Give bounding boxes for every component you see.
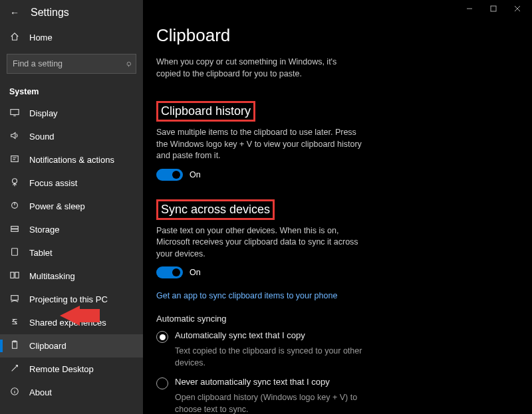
sidebar-item-label: Clipboard [29, 341, 66, 351]
clipboard-icon [9, 340, 20, 352]
sidebar-item-label: Shared experiences [29, 318, 106, 328]
svg-rect-6 [12, 249, 18, 256]
sidebar-item-label: Sound [29, 132, 55, 142]
display-icon [9, 108, 20, 119]
home-icon [9, 32, 20, 43]
sidebar-item-sound[interactable]: Sound [0, 125, 143, 148]
radio-never-sync[interactable]: Never automatically sync text that I cop… [156, 377, 519, 389]
sync-app-link[interactable]: Get an app to sync clipboard items to yo… [156, 291, 337, 300]
sidebar-item-display[interactable]: Display [0, 102, 143, 125]
remote-icon [9, 363, 20, 375]
sidebar-item-label: Multitasking [29, 271, 75, 281]
svg-rect-1 [11, 156, 19, 162]
sidebar-item-label: Projecting to this PC [29, 294, 108, 304]
radio-never-sync-label: Never automatically sync text that I cop… [175, 377, 330, 387]
sidebar-item-label: Tablet [29, 248, 53, 258]
radio-on-icon [156, 331, 168, 343]
sidebar-item-remote[interactable]: Remote Desktop [0, 358, 143, 381]
sync-toggle-state: On [190, 268, 201, 277]
storage-icon [9, 224, 20, 235]
page-title: Clipboard [156, 25, 519, 46]
about-icon [9, 387, 20, 398]
tablet-icon [9, 247, 20, 259]
sidebar-item-projecting[interactable]: Projecting to this PC [0, 288, 143, 311]
radio-auto-sync[interactable]: Automatically sync text that I copy [156, 330, 519, 343]
svg-rect-9 [11, 296, 19, 300]
sidebar-item-power[interactable]: Power & sleep [0, 195, 143, 218]
focus-icon [9, 177, 20, 189]
radio-auto-sync-hint: Text copied to the clipboard is synced t… [175, 346, 374, 369]
svg-rect-5 [11, 229, 19, 232]
sound-icon [9, 131, 20, 142]
radio-auto-sync-label: Automatically sync text that I copy [175, 330, 305, 340]
window-buttons [458, 1, 529, 16]
clipboard-history-toggle[interactable] [156, 169, 183, 181]
home-label: Home [29, 33, 53, 43]
sidebar-item-label: Display [29, 108, 58, 118]
clipboard-history-desc: Save multiple items to the clipboard to … [156, 127, 369, 162]
sidebar-item-label: About [29, 387, 52, 397]
power-icon [9, 201, 20, 212]
search-wrap: ⌕ [7, 54, 136, 74]
svg-rect-0 [11, 110, 19, 115]
sidebar-item-label: Storage [29, 225, 60, 235]
sidebar-item-label: Remote Desktop [29, 364, 94, 374]
sidebar-item-notifications[interactable]: Notifications & actions [0, 148, 143, 171]
main-content: Clipboard When you copy or cut something… [143, 0, 532, 414]
svg-rect-10 [13, 342, 17, 349]
sidebar-item-clipboard[interactable]: Clipboard [0, 334, 143, 358]
app-title: Settings [31, 7, 69, 19]
sidebar-item-storage[interactable]: Storage [0, 218, 143, 241]
category-label: System [0, 82, 143, 102]
clipboard-history-heading: Clipboard history [156, 101, 255, 122]
sync-toggle[interactable] [156, 266, 183, 278]
shared-icon [9, 317, 20, 328]
multitasking-icon [9, 270, 20, 282]
svg-rect-4 [11, 227, 19, 229]
minimize-button[interactable] [458, 1, 481, 16]
close-button[interactable] [505, 1, 529, 16]
sidebar-item-label: Focus assist [29, 178, 77, 188]
page-intro: When you copy or cut something in Window… [156, 56, 362, 80]
notifications-icon [9, 154, 20, 165]
auto-sync-heading: Automatic syncing [156, 314, 519, 324]
projecting-icon [9, 294, 20, 305]
search-input[interactable] [7, 54, 136, 74]
sidebar-item-focus-assist[interactable]: Focus assist [0, 171, 143, 195]
svg-point-2 [13, 179, 17, 183]
clipboard-history-toggle-state: On [190, 170, 201, 179]
sidebar-item-shared[interactable]: Shared experiences [0, 311, 143, 334]
sync-desc: Paste text on your other devices. When t… [156, 225, 369, 260]
sidebar-item-about[interactable]: About [0, 381, 143, 404]
radio-never-sync-hint: Open clipboard history (Windows logo key… [175, 392, 374, 414]
maximize-button[interactable] [481, 1, 505, 16]
titlebar: ← Settings [0, 5, 143, 25]
svg-rect-13 [491, 6, 496, 11]
svg-rect-8 [15, 272, 19, 278]
sidebar-item-label: Notifications & actions [29, 155, 114, 165]
radio-off-icon [156, 377, 168, 389]
home-link[interactable]: Home [0, 25, 143, 50]
sidebar: ← Settings Home ⌕ System Display Sound N… [0, 0, 143, 414]
sidebar-item-tablet[interactable]: Tablet [0, 241, 143, 264]
svg-rect-7 [11, 272, 14, 278]
sync-heading: Sync across devices [156, 199, 275, 220]
sidebar-item-label: Power & sleep [29, 201, 85, 211]
back-button[interactable]: ← [7, 7, 23, 18]
sidebar-item-multitasking[interactable]: Multitasking [0, 264, 143, 288]
